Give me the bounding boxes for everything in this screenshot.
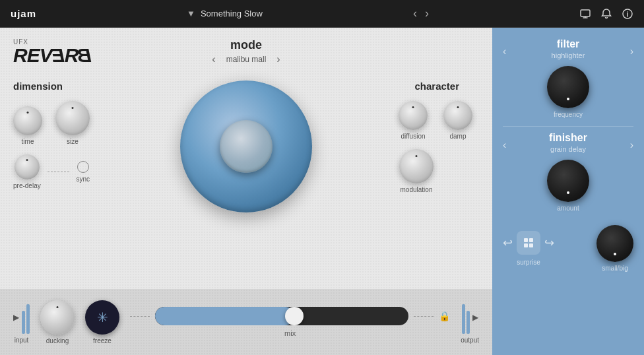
finisher-prev-button[interactable]: ‹ — [503, 139, 506, 151]
finisher-title-group: finisher grain delay — [549, 132, 587, 158]
output-vu: ▶ — [462, 301, 478, 334]
lock-icon[interactable]: 🔒 — [439, 311, 450, 321]
topbar-center: ▼ Something Slow — [187, 9, 263, 18]
modulation-knob-group: modulation — [360, 149, 479, 193]
modulation-group: modulation — [399, 149, 434, 193]
input-play-icon: ▶ — [13, 313, 19, 322]
mix-dashed-left — [130, 316, 150, 317]
finisher-amount-knob[interactable] — [547, 160, 589, 202]
output-vu-bars — [462, 301, 470, 334]
freeze-label: freeze — [93, 337, 112, 344]
time-label: time — [22, 138, 34, 145]
mode-prev-button[interactable]: ‹ — [212, 53, 215, 65]
nav-next-icon[interactable]: › — [425, 7, 429, 20]
damp-knob-group: damp — [443, 101, 472, 140]
finisher-section: ‹ finisher grain delay › amount — [503, 132, 633, 212]
preset-dropdown-icon[interactable]: ▼ — [187, 9, 195, 18]
output-play-icon: ▶ — [472, 313, 478, 322]
undo-button[interactable]: ↩ — [503, 236, 513, 250]
mode-nav: ‹ malibu mall › — [212, 53, 280, 65]
nav-prev-icon[interactable]: ‹ — [413, 7, 417, 20]
topbar-nav: ‹ › — [413, 7, 429, 20]
size-knob-group: size — [55, 101, 90, 145]
damp-knob[interactable] — [443, 101, 472, 130]
small-big-label: small/big — [602, 265, 628, 272]
bell-icon[interactable] — [600, 8, 612, 20]
logo-area: UFX REVERB — [13, 38, 92, 65]
filter-section: ‹ filter highlighter › frequency — [503, 38, 633, 118]
ducking-knob[interactable] — [40, 300, 75, 335]
filter-prev-button[interactable]: ‹ — [503, 46, 506, 57]
topbar-left: ujam — [11, 8, 36, 19]
main-layout: UFX REVERB mode ‹ malibu mall › dimensio… — [0, 28, 644, 355]
mode-section: mode ‹ malibu mall › — [212, 38, 280, 65]
output-section: ▶ output — [461, 301, 479, 344]
frequency-label: frequency — [503, 111, 633, 118]
mix-dashed-right — [414, 316, 434, 317]
filter-next-button[interactable]: › — [630, 46, 633, 57]
surprise-button[interactable] — [517, 231, 540, 255]
svg-rect-4 — [529, 238, 533, 242]
dimension-knobs-row: time size — [13, 101, 90, 145]
mode-next-button[interactable]: › — [276, 53, 280, 65]
mix-slider-thumb — [285, 307, 304, 325]
mix-slider-fill — [155, 307, 294, 325]
diffusion-knob[interactable] — [399, 101, 428, 130]
filter-sub: highlighter — [552, 51, 585, 59]
dimension-section: dimension time size pre-delay — [13, 81, 90, 189]
info-icon[interactable] — [622, 8, 633, 20]
modulation-knob[interactable] — [399, 149, 434, 183]
big-knob-inner — [220, 120, 273, 173]
svg-rect-6 — [529, 243, 533, 247]
topbar: ujam ▼ Something Slow ‹ › — [0, 0, 644, 28]
input-vu: ▶ — [13, 301, 30, 334]
finisher-sub: grain delay — [549, 145, 587, 153]
brand-logo: ujam — [11, 8, 36, 19]
mode-title: mode — [212, 38, 280, 52]
right-panel: ‹ filter highlighter › frequency ‹ finis… — [492, 28, 644, 355]
filter-frequency-knob[interactable] — [547, 66, 589, 108]
input-vu-bars — [22, 301, 30, 334]
sync-label: sync — [76, 176, 90, 183]
big-knob-outer[interactable] — [180, 81, 312, 212]
size-label: size — [67, 138, 79, 145]
screen-icon[interactable] — [579, 8, 591, 20]
mix-slider-container: 🔒 — [130, 307, 450, 325]
mode-value: malibu mall — [226, 55, 267, 64]
vu-bar-2 — [26, 304, 30, 334]
mix-slider[interactable] — [155, 307, 408, 325]
vu-bar-1 — [22, 311, 25, 334]
mix-section: 🔒 mix — [130, 307, 450, 337]
small-big-group: small/big — [596, 225, 633, 272]
size-knob[interactable] — [55, 101, 90, 135]
finisher-header: ‹ finisher grain delay › — [503, 132, 633, 158]
time-knob-group: time — [13, 106, 42, 145]
freeze-button[interactable]: ✳ — [85, 300, 119, 335]
reverb-main-knob[interactable] — [180, 81, 312, 212]
finisher-title: finisher — [549, 132, 587, 144]
redo-button[interactable]: ↪ — [544, 236, 554, 250]
time-knob[interactable] — [13, 106, 42, 135]
finisher-next-button[interactable]: › — [630, 139, 633, 151]
svg-rect-5 — [524, 243, 528, 247]
pre-delay-label: pre-delay — [13, 182, 41, 189]
topbar-right — [579, 8, 633, 20]
mix-label: mix — [284, 329, 296, 337]
filter-title-group: filter highlighter — [552, 38, 585, 65]
surprise-group: ↩ ↪ surprise — [503, 231, 554, 266]
small-big-knob[interactable] — [596, 225, 633, 262]
ducking-group: ducking — [40, 300, 75, 344]
main-area: UFX REVERB mode ‹ malibu mall › dimensio… — [0, 28, 492, 355]
input-label: input — [15, 337, 29, 344]
amount-label: amount — [503, 205, 633, 212]
pre-delay-knob[interactable] — [15, 154, 40, 179]
output-label: output — [461, 337, 479, 344]
character-knobs-row: diffusion damp — [360, 101, 479, 140]
bottom-strip: ▶ input ducking ✳ freeze — [0, 289, 492, 355]
bottom-right-controls: ↩ ↪ surprise small/big — [503, 220, 633, 272]
surprise-icons: ↩ ↪ — [503, 231, 554, 255]
pre-delay-knob-group: pre-delay — [13, 154, 41, 189]
sync-button[interactable] — [77, 161, 89, 173]
pre-delay-row: pre-delay sync — [13, 154, 90, 189]
freeze-group: ✳ freeze — [85, 300, 119, 344]
